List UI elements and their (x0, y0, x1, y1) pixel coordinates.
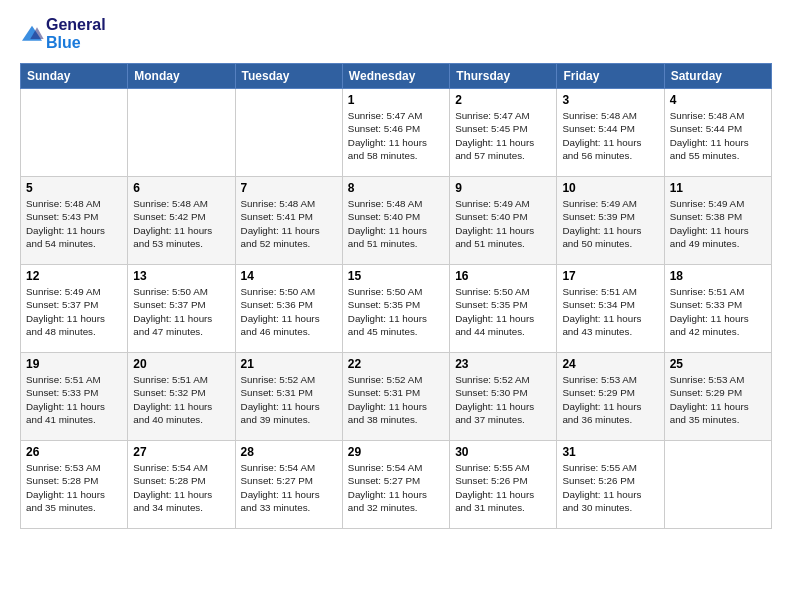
cell-info: Sunrise: 5:54 AM Sunset: 5:28 PM Dayligh… (133, 461, 229, 514)
day-number: 22 (348, 357, 444, 371)
calendar-cell (21, 89, 128, 177)
cell-info: Sunrise: 5:54 AM Sunset: 5:27 PM Dayligh… (241, 461, 337, 514)
cell-info: Sunrise: 5:47 AM Sunset: 5:45 PM Dayligh… (455, 109, 551, 162)
day-number: 6 (133, 181, 229, 195)
calendar-cell: 15Sunrise: 5:50 AM Sunset: 5:35 PM Dayli… (342, 265, 449, 353)
day-number: 16 (455, 269, 551, 283)
calendar-cell: 25Sunrise: 5:53 AM Sunset: 5:29 PM Dayli… (664, 353, 771, 441)
day-number: 15 (348, 269, 444, 283)
calendar-cell: 13Sunrise: 5:50 AM Sunset: 5:37 PM Dayli… (128, 265, 235, 353)
cell-info: Sunrise: 5:53 AM Sunset: 5:28 PM Dayligh… (26, 461, 122, 514)
cell-info: Sunrise: 5:51 AM Sunset: 5:33 PM Dayligh… (26, 373, 122, 426)
calendar-cell: 12Sunrise: 5:49 AM Sunset: 5:37 PM Dayli… (21, 265, 128, 353)
calendar-cell: 8Sunrise: 5:48 AM Sunset: 5:40 PM Daylig… (342, 177, 449, 265)
calendar-cell (128, 89, 235, 177)
cell-info: Sunrise: 5:49 AM Sunset: 5:37 PM Dayligh… (26, 285, 122, 338)
calendar-cell: 27Sunrise: 5:54 AM Sunset: 5:28 PM Dayli… (128, 441, 235, 529)
day-number: 8 (348, 181, 444, 195)
week-row-1: 1Sunrise: 5:47 AM Sunset: 5:46 PM Daylig… (21, 89, 772, 177)
day-number: 26 (26, 445, 122, 459)
weekday-header-thursday: Thursday (450, 64, 557, 89)
weekday-header-tuesday: Tuesday (235, 64, 342, 89)
day-number: 11 (670, 181, 766, 195)
day-number: 30 (455, 445, 551, 459)
day-number: 18 (670, 269, 766, 283)
day-number: 10 (562, 181, 658, 195)
cell-info: Sunrise: 5:50 AM Sunset: 5:35 PM Dayligh… (348, 285, 444, 338)
cell-info: Sunrise: 5:48 AM Sunset: 5:43 PM Dayligh… (26, 197, 122, 250)
week-row-5: 26Sunrise: 5:53 AM Sunset: 5:28 PM Dayli… (21, 441, 772, 529)
week-row-2: 5Sunrise: 5:48 AM Sunset: 5:43 PM Daylig… (21, 177, 772, 265)
cell-info: Sunrise: 5:47 AM Sunset: 5:46 PM Dayligh… (348, 109, 444, 162)
calendar-cell: 6Sunrise: 5:48 AM Sunset: 5:42 PM Daylig… (128, 177, 235, 265)
week-row-3: 12Sunrise: 5:49 AM Sunset: 5:37 PM Dayli… (21, 265, 772, 353)
day-number: 28 (241, 445, 337, 459)
cell-info: Sunrise: 5:49 AM Sunset: 5:39 PM Dayligh… (562, 197, 658, 250)
calendar-cell: 28Sunrise: 5:54 AM Sunset: 5:27 PM Dayli… (235, 441, 342, 529)
week-row-4: 19Sunrise: 5:51 AM Sunset: 5:33 PM Dayli… (21, 353, 772, 441)
calendar-cell: 30Sunrise: 5:55 AM Sunset: 5:26 PM Dayli… (450, 441, 557, 529)
calendar-cell: 16Sunrise: 5:50 AM Sunset: 5:35 PM Dayli… (450, 265, 557, 353)
calendar-cell (235, 89, 342, 177)
cell-info: Sunrise: 5:55 AM Sunset: 5:26 PM Dayligh… (562, 461, 658, 514)
calendar-cell: 29Sunrise: 5:54 AM Sunset: 5:27 PM Dayli… (342, 441, 449, 529)
calendar-cell: 21Sunrise: 5:52 AM Sunset: 5:31 PM Dayli… (235, 353, 342, 441)
calendar-body: 1Sunrise: 5:47 AM Sunset: 5:46 PM Daylig… (21, 89, 772, 529)
calendar-page: General Blue SundayMondayTuesdayWednesda… (0, 0, 792, 612)
logo-icon (20, 24, 44, 44)
day-number: 24 (562, 357, 658, 371)
cell-info: Sunrise: 5:49 AM Sunset: 5:38 PM Dayligh… (670, 197, 766, 250)
calendar-cell: 22Sunrise: 5:52 AM Sunset: 5:31 PM Dayli… (342, 353, 449, 441)
weekday-header-saturday: Saturday (664, 64, 771, 89)
calendar-cell: 17Sunrise: 5:51 AM Sunset: 5:34 PM Dayli… (557, 265, 664, 353)
calendar-cell (664, 441, 771, 529)
day-number: 12 (26, 269, 122, 283)
cell-info: Sunrise: 5:53 AM Sunset: 5:29 PM Dayligh… (670, 373, 766, 426)
cell-info: Sunrise: 5:51 AM Sunset: 5:34 PM Dayligh… (562, 285, 658, 338)
cell-info: Sunrise: 5:48 AM Sunset: 5:41 PM Dayligh… (241, 197, 337, 250)
cell-info: Sunrise: 5:48 AM Sunset: 5:44 PM Dayligh… (670, 109, 766, 162)
day-number: 25 (670, 357, 766, 371)
day-number: 31 (562, 445, 658, 459)
cell-info: Sunrise: 5:51 AM Sunset: 5:32 PM Dayligh… (133, 373, 229, 426)
weekday-header-friday: Friday (557, 64, 664, 89)
cell-info: Sunrise: 5:50 AM Sunset: 5:37 PM Dayligh… (133, 285, 229, 338)
cell-info: Sunrise: 5:52 AM Sunset: 5:31 PM Dayligh… (241, 373, 337, 426)
calendar-cell: 10Sunrise: 5:49 AM Sunset: 5:39 PM Dayli… (557, 177, 664, 265)
calendar-cell: 14Sunrise: 5:50 AM Sunset: 5:36 PM Dayli… (235, 265, 342, 353)
cell-info: Sunrise: 5:49 AM Sunset: 5:40 PM Dayligh… (455, 197, 551, 250)
day-number: 13 (133, 269, 229, 283)
calendar-cell: 3Sunrise: 5:48 AM Sunset: 5:44 PM Daylig… (557, 89, 664, 177)
day-number: 23 (455, 357, 551, 371)
cell-info: Sunrise: 5:48 AM Sunset: 5:40 PM Dayligh… (348, 197, 444, 250)
cell-info: Sunrise: 5:50 AM Sunset: 5:35 PM Dayligh… (455, 285, 551, 338)
day-number: 3 (562, 93, 658, 107)
calendar-cell: 11Sunrise: 5:49 AM Sunset: 5:38 PM Dayli… (664, 177, 771, 265)
calendar-cell: 4Sunrise: 5:48 AM Sunset: 5:44 PM Daylig… (664, 89, 771, 177)
calendar-cell: 31Sunrise: 5:55 AM Sunset: 5:26 PM Dayli… (557, 441, 664, 529)
cell-info: Sunrise: 5:55 AM Sunset: 5:26 PM Dayligh… (455, 461, 551, 514)
cell-info: Sunrise: 5:52 AM Sunset: 5:31 PM Dayligh… (348, 373, 444, 426)
day-number: 7 (241, 181, 337, 195)
calendar-table: SundayMondayTuesdayWednesdayThursdayFrid… (20, 63, 772, 529)
calendar-cell: 1Sunrise: 5:47 AM Sunset: 5:46 PM Daylig… (342, 89, 449, 177)
day-number: 9 (455, 181, 551, 195)
day-number: 20 (133, 357, 229, 371)
calendar-cell: 19Sunrise: 5:51 AM Sunset: 5:33 PM Dayli… (21, 353, 128, 441)
day-number: 14 (241, 269, 337, 283)
page-header: General Blue (20, 16, 772, 51)
day-number: 2 (455, 93, 551, 107)
weekday-header-wednesday: Wednesday (342, 64, 449, 89)
calendar-cell: 23Sunrise: 5:52 AM Sunset: 5:30 PM Dayli… (450, 353, 557, 441)
cell-info: Sunrise: 5:48 AM Sunset: 5:42 PM Dayligh… (133, 197, 229, 250)
day-number: 29 (348, 445, 444, 459)
cell-info: Sunrise: 5:54 AM Sunset: 5:27 PM Dayligh… (348, 461, 444, 514)
calendar-header: SundayMondayTuesdayWednesdayThursdayFrid… (21, 64, 772, 89)
calendar-cell: 9Sunrise: 5:49 AM Sunset: 5:40 PM Daylig… (450, 177, 557, 265)
cell-info: Sunrise: 5:53 AM Sunset: 5:29 PM Dayligh… (562, 373, 658, 426)
cell-info: Sunrise: 5:48 AM Sunset: 5:44 PM Dayligh… (562, 109, 658, 162)
day-number: 21 (241, 357, 337, 371)
cell-info: Sunrise: 5:52 AM Sunset: 5:30 PM Dayligh… (455, 373, 551, 426)
calendar-cell: 5Sunrise: 5:48 AM Sunset: 5:43 PM Daylig… (21, 177, 128, 265)
day-number: 17 (562, 269, 658, 283)
